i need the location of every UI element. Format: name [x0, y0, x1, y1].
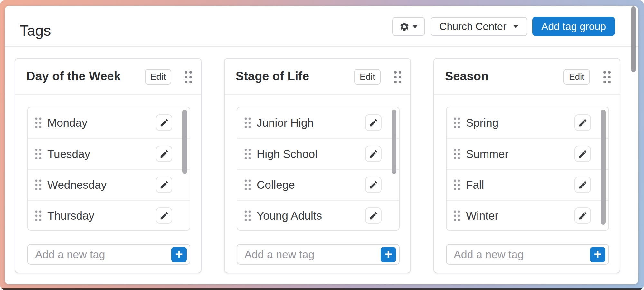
edit-tag-button[interactable]: [365, 146, 382, 162]
group-drag-handle-icon[interactable]: [603, 71, 611, 84]
edit-tag-button[interactable]: [156, 114, 172, 131]
edit-group-button[interactable]: Edit: [145, 69, 171, 85]
list-scrollbar-thumb[interactable]: [392, 110, 396, 174]
edit-tag-button[interactable]: [365, 114, 382, 131]
edit-group-button[interactable]: Edit: [564, 69, 590, 85]
tags-panel: Tags Church Center Add tag group Day of …: [5, 6, 638, 284]
tag-drag-handle-icon[interactable]: [454, 117, 460, 128]
tag-label: Winter: [466, 209, 498, 222]
tag-groups: Day of the Week Edit Monday Tuesday: [15, 58, 620, 273]
gear-icon: [399, 22, 410, 32]
pencil-icon: [159, 211, 169, 221]
tag-list: Spring Summer Fall: [446, 107, 609, 231]
tag-label: Wednesday: [47, 178, 107, 191]
tag-row: Tuesday: [28, 138, 190, 169]
tag-drag-handle-icon[interactable]: [244, 149, 251, 159]
tag-group-header: Day of the Week: [15, 59, 201, 95]
tag-label: Young Adults: [257, 209, 322, 222]
tag-label: Fall: [466, 178, 484, 191]
workspace-selector-label: Church Center: [439, 21, 506, 32]
tag-row: Young Adults: [237, 200, 399, 231]
edit-tag-button[interactable]: [574, 207, 591, 224]
add-tag-field: +: [27, 244, 190, 265]
tag-group-header: Season: [434, 59, 620, 95]
tag-row: Fall: [447, 169, 608, 200]
tag-list: Junior High High School College: [237, 107, 400, 231]
pencil-icon: [369, 211, 378, 221]
add-tag-input[interactable]: [237, 245, 399, 264]
tag-drag-handle-icon[interactable]: [244, 210, 251, 221]
pencil-icon: [578, 211, 588, 221]
tag-row: Thursday: [28, 200, 190, 231]
tag-drag-handle-icon[interactable]: [35, 149, 42, 159]
tag-row: Wednesday: [28, 169, 190, 200]
chevron-down-icon: [513, 25, 519, 28]
tag-row: High School: [237, 138, 399, 169]
edit-tag-button[interactable]: [365, 177, 382, 193]
edit-tag-button[interactable]: [574, 177, 591, 193]
pencil-icon: [159, 149, 169, 159]
pencil-icon: [369, 180, 378, 190]
add-tag-field: +: [446, 244, 609, 265]
pencil-icon: [159, 180, 169, 190]
add-tag-button[interactable]: +: [381, 247, 396, 262]
add-tag-input[interactable]: [28, 245, 190, 264]
tag-rows: Spring Summer Fall: [447, 107, 608, 231]
edit-tag-button[interactable]: [574, 114, 591, 131]
workspace-selector-button[interactable]: Church Center: [431, 17, 527, 36]
tag-label: Junior High: [257, 116, 314, 129]
add-tag-button[interactable]: +: [171, 247, 187, 262]
pencil-icon: [369, 118, 378, 128]
edit-tag-button[interactable]: [156, 207, 172, 224]
group-drag-handle-icon[interactable]: [185, 71, 192, 84]
tag-drag-handle-icon[interactable]: [244, 117, 251, 128]
edit-tag-button[interactable]: [574, 146, 591, 162]
window-bottom-edge: [0, 288, 644, 290]
toolbar: Church Center Add tag group: [5, 6, 638, 46]
tag-label: High School: [257, 148, 317, 160]
tag-group-title: Day of the Week: [26, 69, 121, 83]
tag-drag-handle-icon[interactable]: [35, 117, 42, 128]
add-tag-button[interactable]: +: [590, 247, 605, 262]
tag-label: Thursday: [47, 209, 94, 222]
pencil-icon: [369, 149, 378, 159]
add-tag-group-button[interactable]: Add tag group: [532, 17, 615, 36]
chevron-down-icon: [412, 25, 418, 28]
tag-label: College: [257, 178, 295, 191]
tag-rows: Junior High High School College: [237, 107, 399, 231]
page-scrollbar-thumb[interactable]: [631, 6, 636, 72]
edit-tag-button[interactable]: [365, 207, 382, 224]
tag-row: Monday: [28, 107, 190, 138]
tag-group-title: Stage of Life: [236, 69, 309, 83]
tag-row: College: [237, 169, 399, 200]
tags-page: Tags Church Center Add tag group Day of …: [0, 0, 644, 290]
list-scrollbar-thumb[interactable]: [182, 110, 187, 174]
tag-rows: Monday Tuesday Wednesday: [28, 107, 190, 231]
tag-group-card: Day of the Week Edit Monday Tuesday: [15, 58, 202, 273]
tag-group-header: Stage of Life: [225, 59, 410, 95]
edit-tag-button[interactable]: [156, 177, 172, 193]
add-tag-input[interactable]: [447, 245, 608, 264]
group-drag-handle-icon[interactable]: [394, 71, 402, 84]
tag-drag-handle-icon[interactable]: [244, 179, 251, 190]
tag-drag-handle-icon[interactable]: [454, 210, 460, 221]
tag-list: Monday Tuesday Wednesday: [27, 107, 190, 231]
tag-group-title: Season: [445, 69, 488, 83]
tag-drag-handle-icon[interactable]: [454, 149, 460, 159]
tag-label: Summer: [466, 148, 508, 160]
settings-dropdown-button[interactable]: [392, 17, 425, 36]
list-scrollbar-thumb[interactable]: [601, 110, 606, 225]
add-tag-field: +: [237, 244, 400, 265]
tag-drag-handle-icon[interactable]: [35, 179, 42, 190]
tag-group-card: Stage of Life Edit Junior High High: [224, 58, 411, 273]
tag-group-card: Season Edit Spring Summer: [433, 58, 620, 273]
edit-group-button[interactable]: Edit: [354, 69, 381, 85]
tag-drag-handle-icon[interactable]: [35, 210, 42, 221]
tag-row: Spring: [447, 107, 608, 138]
tag-drag-handle-icon[interactable]: [454, 179, 460, 190]
tag-row: Summer: [447, 138, 608, 169]
edit-tag-button[interactable]: [156, 146, 172, 162]
tag-label: Monday: [47, 116, 88, 129]
tag-label: Spring: [466, 116, 498, 129]
tag-row: Winter: [447, 200, 608, 231]
